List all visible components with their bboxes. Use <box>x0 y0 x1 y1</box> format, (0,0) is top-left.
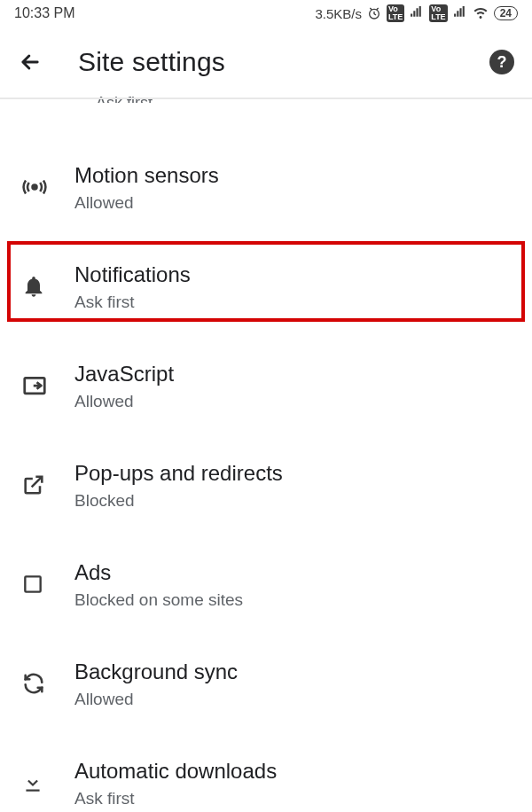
volte-badge-2: VoLTE <box>429 4 447 22</box>
row-subtitle: Ask first <box>74 789 277 808</box>
row-title: Motion sensors <box>74 161 219 189</box>
motion-sensor-icon <box>21 174 74 200</box>
javascript-icon <box>21 372 74 399</box>
status-bar: 10:33 PM 3.5KB/s VoLTE VoLTE 24 <box>0 0 532 27</box>
back-button[interactable] <box>18 50 53 74</box>
signal-icon-1 <box>410 6 424 20</box>
row-title: Notifications <box>74 261 191 288</box>
row-title: JavaScript <box>74 360 174 387</box>
row-subtitle: Allowed <box>74 392 174 411</box>
row-title: Background sync <box>74 658 238 685</box>
wifi-icon <box>473 5 489 21</box>
row-title: Ads <box>74 558 243 586</box>
volte-badge-1: VoLTE <box>387 4 404 22</box>
row-javascript[interactable]: JavaScript Allowed <box>0 344 532 427</box>
page-title: Site settings <box>78 47 225 77</box>
settings-list: Motion sensors Allowed Notifications Ask… <box>0 103 532 812</box>
svg-rect-3 <box>25 576 40 591</box>
open-new-icon <box>21 472 74 497</box>
status-time: 10:33 PM <box>14 5 74 21</box>
ads-icon <box>21 573 74 596</box>
battery-indicator: 24 <box>494 6 518 20</box>
row-notifications[interactable]: Notifications Ask first <box>0 245 532 328</box>
bell-icon <box>21 274 74 299</box>
row-ads[interactable]: Ads Blocked on some sites <box>0 543 532 626</box>
row-subtitle: Allowed <box>74 193 219 213</box>
app-header: Site settings ? <box>0 27 532 99</box>
row-subtitle: Blocked on some sites <box>74 590 243 610</box>
row-subtitle: Ask first <box>74 293 191 312</box>
row-title: Pop-ups and redirects <box>74 459 283 487</box>
row-popups[interactable]: Pop-ups and redirects Blocked <box>0 443 532 527</box>
svg-point-1 <box>33 185 37 190</box>
download-icon <box>21 771 74 794</box>
row-motion-sensors[interactable]: Motion sensors Allowed <box>0 145 532 229</box>
row-background-sync[interactable]: Background sync Allowed <box>0 642 532 725</box>
status-right: 3.5KB/s VoLTE VoLTE 24 <box>315 4 518 22</box>
row-subtitle: Blocked <box>74 491 283 511</box>
row-title: Automatic downloads <box>74 757 277 785</box>
sync-icon <box>21 671 74 696</box>
alarm-icon <box>367 6 381 20</box>
row-automatic-downloads[interactable]: Automatic downloads Ask first <box>0 741 532 812</box>
signal-icon-2 <box>453 6 467 20</box>
row-subtitle: Allowed <box>74 690 238 709</box>
help-button[interactable]: ? <box>489 50 514 74</box>
status-speed: 3.5KB/s <box>315 6 362 21</box>
